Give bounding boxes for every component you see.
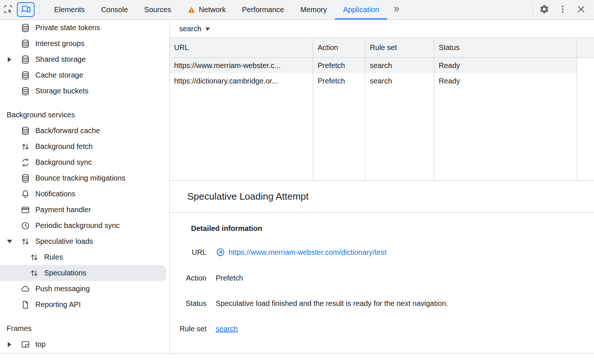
sidebar-item-shared-storage[interactable]: Shared storage — [0, 51, 166, 67]
more-tabs-button[interactable] — [387, 0, 406, 19]
tab-console[interactable]: Console — [93, 0, 136, 19]
table-row[interactable]: https://www.merriam-webster.c... Prefetc… — [170, 58, 594, 73]
sidebar-item-cache-storage[interactable]: Cache storage — [0, 67, 166, 83]
sidebar-item-label: Bounce tracking mitigations — [35, 174, 125, 182]
sidebar-item-interest-groups[interactable]: Interest groups — [0, 36, 166, 51]
detail-row-rule-set: Rule set search — [170, 325, 594, 333]
ruleset-filter-dropdown[interactable]: search — [179, 25, 210, 33]
reveal-url-icon[interactable] — [216, 247, 225, 257]
panel-tabs: Elements Console Sources Network Perform… — [46, 0, 406, 19]
sidebar-item-top-frame[interactable]: top — [0, 336, 166, 352]
tab-network[interactable]: Network — [179, 0, 234, 19]
attempt-report-header: Speculative Loading Attempt — [170, 181, 594, 213]
caret-down-icon — [205, 28, 210, 31]
attempt-report-body: Detailed information URL https://www.mer… — [170, 213, 594, 364]
tab-sources[interactable]: Sources — [136, 0, 179, 19]
detail-row-url: URL https://www.merriam-webster.com/dict… — [170, 247, 594, 257]
chevron-double-right-icon — [392, 5, 401, 15]
cell-url: https://www.merriam-webster.c... — [170, 58, 313, 73]
sidebar-item-reporting-api[interactable]: Reporting API — [0, 297, 166, 313]
triangle-right-icon — [8, 342, 11, 347]
attempt-url-link[interactable]: https://www.merriam-webster.com/dictiona… — [229, 248, 386, 257]
section-label: Background services — [7, 111, 75, 119]
scrollbar-gutter — [577, 38, 594, 57]
sidebar-item-payment-handler[interactable]: Payment handler — [0, 202, 166, 218]
sidebar-item-label: Notifications — [35, 190, 75, 198]
database-icon — [21, 86, 30, 96]
sidebar-item-storage-buckets[interactable]: Storage buckets — [0, 83, 166, 99]
expand-arrow[interactable] — [7, 342, 21, 347]
sidebar-item-periodic-background-sync[interactable]: Periodic background sync — [0, 218, 166, 233]
sidebar-item-notifications[interactable]: Notifications — [0, 186, 166, 202]
database-icon — [21, 71, 30, 80]
sidebar-item-label: Periodic background sync — [35, 221, 120, 230]
settings-button[interactable] — [535, 4, 554, 16]
up-down-arrows-icon — [29, 253, 39, 262]
column-header-status[interactable]: Status — [434, 38, 577, 57]
section-label: Frames — [7, 324, 32, 333]
sidebar-item-bounce-tracking-mitigations[interactable]: Bounce tracking mitigations — [0, 170, 166, 186]
bell-icon — [21, 189, 30, 199]
devtools-menu-button[interactable] — [554, 4, 572, 16]
expand-arrow[interactable] — [7, 57, 21, 62]
cell-action: Prefetch — [313, 58, 365, 73]
tab-label: Elements — [54, 6, 85, 14]
up-down-arrows-icon — [21, 142, 30, 151]
collapse-arrow[interactable] — [7, 240, 21, 243]
device-toolbar-icon — [21, 4, 31, 15]
column-header-rule-set[interactable]: Rule set — [365, 38, 434, 57]
sidebar-item-label: top — [35, 340, 46, 349]
close-devtools-button[interactable] — [572, 4, 590, 16]
tab-label: Console — [101, 6, 128, 14]
sidebar-item-speculative-loads[interactable]: Speculative loads — [0, 233, 166, 249]
up-down-arrows-icon — [29, 268, 39, 278]
cell-action: Prefetch — [313, 73, 365, 89]
database-icon — [21, 23, 30, 33]
sidebar-item-push-messaging[interactable]: Push messaging — [0, 281, 166, 297]
payment-card-icon — [21, 205, 30, 215]
rule-set-link[interactable]: search — [216, 325, 238, 333]
sidebar-item-speculations[interactable]: Speculations — [0, 265, 166, 281]
toolbar-divider — [39, 4, 39, 16]
tab-application[interactable]: Application — [335, 0, 387, 19]
database-icon — [21, 174, 30, 183]
tab-memory[interactable]: Memory — [292, 0, 335, 19]
sidebar-section-background-services: Background services — [0, 107, 169, 123]
inspect-cursor-icon — [3, 4, 13, 16]
detail-label: Rule set — [170, 325, 206, 333]
table-row[interactable]: https://dictionary.cambridge.or... Prefe… — [170, 73, 594, 89]
table-empty-area — [170, 89, 594, 180]
inspect-element-button[interactable] — [0, 0, 16, 19]
sidebar-item-label: Storage buckets — [35, 87, 89, 95]
cell-status: Ready — [434, 58, 577, 73]
scrollbar-gutter — [577, 73, 594, 89]
speculations-filter-bar: search — [170, 20, 594, 38]
tab-performance[interactable]: Performance — [234, 0, 293, 19]
sidebar-section-frames: Frames — [0, 321, 169, 336]
sidebar-item-back-forward-cache[interactable]: Back/forward cache — [0, 123, 166, 139]
triangle-right-icon — [8, 57, 11, 62]
sidebar-item-label: Cache storage — [35, 71, 83, 79]
tab-elements[interactable]: Elements — [46, 0, 93, 19]
bottom-divider — [0, 353, 594, 364]
sidebar-item-background-sync[interactable]: Background sync — [0, 154, 166, 170]
sidebar-item-private-state-tokens[interactable]: Private state tokens — [0, 20, 166, 36]
sidebar-item-rules[interactable]: Rules — [0, 249, 166, 265]
column-header-url[interactable]: URL — [170, 38, 313, 57]
tab-label: Sources — [144, 6, 171, 14]
sidebar-item-label: Reporting API — [35, 300, 81, 309]
column-header-action[interactable]: Action — [313, 38, 365, 57]
sidebar-item-background-fetch[interactable]: Background fetch — [0, 139, 166, 154]
sidebar-item-label: Rules — [44, 253, 63, 261]
sidebar-item-label: Payment handler — [35, 206, 91, 214]
toggle-device-toolbar-button[interactable] — [17, 2, 35, 17]
detail-row-status: Status Speculative load finished and the… — [170, 299, 594, 308]
database-icon — [21, 55, 30, 64]
devtools-toolbar: Elements Console Sources Network Perform… — [0, 0, 594, 20]
cell-url: https://dictionary.cambridge.or... — [170, 73, 313, 89]
sidebar-item-label: Private state tokens — [35, 24, 100, 32]
up-down-arrows-icon — [21, 237, 30, 246]
sidebar-item-label: Speculative loads — [35, 237, 93, 246]
scrollbar-gutter — [577, 58, 594, 73]
application-panel-sidebar: Private state tokens Interest groups Sha… — [0, 20, 170, 364]
